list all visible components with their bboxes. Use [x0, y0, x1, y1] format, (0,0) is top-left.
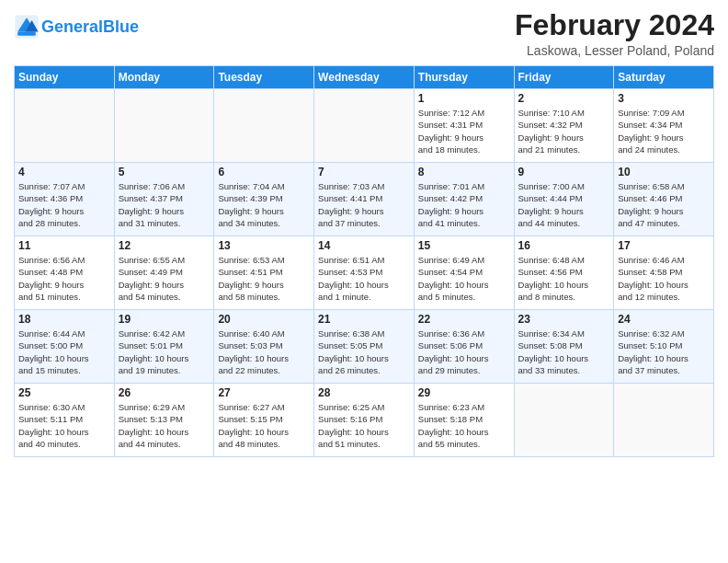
header: GeneralBlue February 2024 Laskowa, Lesse…	[14, 9, 714, 58]
day-info: Sunrise: 6:27 AM Sunset: 5:15 PM Dayligh…	[218, 401, 310, 450]
day-info: Sunrise: 7:00 AM Sunset: 4:44 PM Dayligh…	[518, 180, 610, 229]
location: Laskowa, Lesser Poland, Poland	[515, 43, 714, 58]
logo-icon	[14, 14, 40, 40]
calendar-cell: 20Sunrise: 6:40 AM Sunset: 5:03 PM Dayli…	[214, 310, 314, 384]
day-info: Sunrise: 7:09 AM Sunset: 4:34 PM Dayligh…	[618, 107, 710, 155]
calendar-cell: 29Sunrise: 6:23 AM Sunset: 5:18 PM Dayli…	[414, 384, 514, 457]
calendar-cell: 21Sunrise: 6:38 AM Sunset: 5:05 PM Dayli…	[314, 310, 415, 384]
day-number: 21	[318, 313, 410, 326]
day-number: 1	[418, 92, 510, 105]
calendar-cell	[514, 384, 614, 457]
day-info: Sunrise: 6:58 AM Sunset: 4:46 PM Dayligh…	[618, 180, 710, 229]
calendar-cell	[614, 384, 714, 457]
calendar-cell: 13Sunrise: 6:53 AM Sunset: 4:51 PM Dayli…	[214, 236, 314, 310]
day-number: 8	[418, 166, 510, 178]
day-number: 24	[618, 313, 710, 326]
day-info: Sunrise: 6:23 AM Sunset: 5:18 PM Dayligh…	[418, 401, 510, 450]
calendar-cell: 7Sunrise: 7:03 AM Sunset: 4:41 PM Daylig…	[314, 163, 415, 236]
day-info: Sunrise: 7:12 AM Sunset: 4:31 PM Dayligh…	[418, 107, 510, 155]
day-info: Sunrise: 6:38 AM Sunset: 5:05 PM Dayligh…	[318, 327, 410, 376]
day-info: Sunrise: 7:04 AM Sunset: 4:39 PM Dayligh…	[218, 180, 310, 229]
day-info: Sunrise: 6:29 AM Sunset: 5:13 PM Dayligh…	[119, 401, 210, 450]
page: GeneralBlue February 2024 Laskowa, Lesse…	[0, 0, 728, 466]
calendar-cell: 16Sunrise: 6:48 AM Sunset: 4:56 PM Dayli…	[514, 236, 614, 310]
day-number: 16	[518, 239, 610, 252]
day-number: 19	[119, 313, 210, 326]
day-number: 6	[218, 166, 310, 178]
calendar-cell: 22Sunrise: 6:36 AM Sunset: 5:06 PM Dayli…	[414, 310, 514, 384]
col-tuesday: Tuesday	[214, 66, 314, 89]
month-title: February 2024	[515, 9, 714, 41]
day-number: 17	[618, 239, 710, 252]
logo-text: GeneralBlue	[41, 17, 139, 37]
calendar-cell: 23Sunrise: 6:34 AM Sunset: 5:08 PM Dayli…	[514, 310, 614, 384]
logo-general: General	[41, 17, 103, 36]
day-number: 3	[618, 92, 710, 105]
calendar-cell	[15, 89, 115, 163]
col-sunday: Sunday	[15, 66, 115, 89]
day-number: 26	[119, 386, 210, 399]
col-thursday: Thursday	[414, 66, 514, 89]
day-number: 2	[518, 92, 610, 105]
calendar-cell: 11Sunrise: 6:56 AM Sunset: 4:48 PM Dayli…	[15, 236, 115, 310]
calendar-cell: 5Sunrise: 7:06 AM Sunset: 4:37 PM Daylig…	[114, 163, 214, 236]
day-info: Sunrise: 6:53 AM Sunset: 4:51 PM Dayligh…	[218, 254, 310, 303]
calendar-cell: 28Sunrise: 6:25 AM Sunset: 5:16 PM Dayli…	[314, 384, 415, 457]
calendar-cell: 26Sunrise: 6:29 AM Sunset: 5:13 PM Dayli…	[114, 384, 214, 457]
calendar-cell	[114, 89, 214, 163]
day-info: Sunrise: 6:49 AM Sunset: 4:54 PM Dayligh…	[418, 254, 510, 303]
day-number: 28	[318, 386, 410, 399]
calendar-week-2: 4Sunrise: 7:07 AM Sunset: 4:36 PM Daylig…	[15, 163, 714, 236]
calendar-week-4: 18Sunrise: 6:44 AM Sunset: 5:00 PM Dayli…	[15, 310, 714, 384]
day-info: Sunrise: 7:01 AM Sunset: 4:42 PM Dayligh…	[418, 180, 510, 229]
day-info: Sunrise: 6:25 AM Sunset: 5:16 PM Dayligh…	[318, 401, 410, 450]
day-number: 13	[218, 239, 310, 252]
calendar-cell: 18Sunrise: 6:44 AM Sunset: 5:00 PM Dayli…	[15, 310, 115, 384]
day-info: Sunrise: 7:10 AM Sunset: 4:32 PM Dayligh…	[518, 107, 610, 155]
logo: GeneralBlue	[14, 14, 139, 40]
day-number: 11	[18, 239, 110, 252]
day-number: 5	[119, 166, 210, 178]
calendar-cell: 9Sunrise: 7:00 AM Sunset: 4:44 PM Daylig…	[514, 163, 614, 236]
calendar-cell: 24Sunrise: 6:32 AM Sunset: 5:10 PM Dayli…	[614, 310, 714, 384]
title-block: February 2024 Laskowa, Lesser Poland, Po…	[515, 9, 714, 58]
day-number: 12	[119, 239, 210, 252]
day-number: 7	[318, 166, 410, 178]
col-saturday: Saturday	[614, 66, 714, 89]
calendar-cell: 14Sunrise: 6:51 AM Sunset: 4:53 PM Dayli…	[314, 236, 415, 310]
day-info: Sunrise: 6:56 AM Sunset: 4:48 PM Dayligh…	[18, 254, 110, 303]
day-number: 20	[218, 313, 310, 326]
day-info: Sunrise: 6:34 AM Sunset: 5:08 PM Dayligh…	[518, 327, 610, 376]
day-number: 4	[18, 166, 110, 178]
calendar-cell	[214, 89, 314, 163]
calendar-cell: 17Sunrise: 6:46 AM Sunset: 4:58 PM Dayli…	[614, 236, 714, 310]
day-number: 23	[518, 313, 610, 326]
day-info: Sunrise: 6:36 AM Sunset: 5:06 PM Dayligh…	[418, 327, 510, 376]
calendar-cell: 27Sunrise: 6:27 AM Sunset: 5:15 PM Dayli…	[214, 384, 314, 457]
day-info: Sunrise: 6:44 AM Sunset: 5:00 PM Dayligh…	[18, 327, 110, 376]
calendar-cell	[314, 89, 415, 163]
calendar-week-3: 11Sunrise: 6:56 AM Sunset: 4:48 PM Dayli…	[15, 236, 714, 310]
calendar-cell: 2Sunrise: 7:10 AM Sunset: 4:32 PM Daylig…	[514, 89, 614, 163]
calendar-cell: 3Sunrise: 7:09 AM Sunset: 4:34 PM Daylig…	[614, 89, 714, 163]
calendar-cell: 4Sunrise: 7:07 AM Sunset: 4:36 PM Daylig…	[15, 163, 115, 236]
day-number: 14	[318, 239, 410, 252]
day-info: Sunrise: 7:06 AM Sunset: 4:37 PM Dayligh…	[119, 180, 210, 229]
col-wednesday: Wednesday	[314, 66, 415, 89]
day-number: 25	[18, 386, 110, 399]
day-number: 9	[518, 166, 610, 178]
day-info: Sunrise: 7:03 AM Sunset: 4:41 PM Dayligh…	[318, 180, 410, 229]
day-info: Sunrise: 6:48 AM Sunset: 4:56 PM Dayligh…	[518, 254, 610, 303]
calendar-week-1: 1Sunrise: 7:12 AM Sunset: 4:31 PM Daylig…	[15, 89, 714, 163]
day-info: Sunrise: 6:51 AM Sunset: 4:53 PM Dayligh…	[318, 254, 410, 303]
header-row: Sunday Monday Tuesday Wednesday Thursday…	[15, 66, 714, 89]
day-number: 15	[418, 239, 510, 252]
day-number: 29	[418, 386, 510, 399]
calendar-week-5: 25Sunrise: 6:30 AM Sunset: 5:11 PM Dayli…	[15, 384, 714, 457]
day-info: Sunrise: 6:46 AM Sunset: 4:58 PM Dayligh…	[618, 254, 710, 303]
day-number: 18	[18, 313, 110, 326]
logo-blue: Blue	[103, 17, 139, 36]
calendar-cell: 12Sunrise: 6:55 AM Sunset: 4:49 PM Dayli…	[114, 236, 214, 310]
day-number: 10	[618, 166, 710, 178]
calendar-cell: 1Sunrise: 7:12 AM Sunset: 4:31 PM Daylig…	[414, 89, 514, 163]
